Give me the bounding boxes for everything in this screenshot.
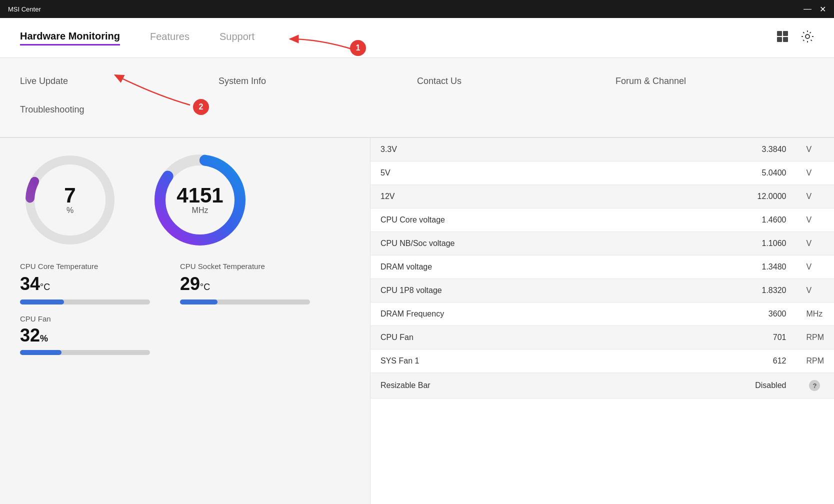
table-row: Resizable BarDisabled? [370,373,834,398]
sub-nav-live-update[interactable]: Live Update [20,68,218,94]
metric-label: CPU NB/Soc voltage [370,232,646,256]
metric-value: 3.3840 [646,138,796,162]
minimize-button[interactable]: — [804,4,812,14]
cpu-freq-center: 4151 MHz [176,185,223,215]
left-panel: 7 % [0,138,370,504]
title-bar: MSI Center — ✕ [0,0,834,18]
cpu-freq-donut-chart: 4151 MHz [150,150,250,250]
cpu-core-temp-label: CPU Core Temperature [20,262,150,270]
table-row: 12V12.0000V [370,185,834,208]
fan-value: 32% [20,325,350,346]
right-panel: 3.3V3.3840V5V5.0400V12V12.0000VCPU Core … [370,138,834,504]
svg-point-4 [806,34,810,38]
metric-value: 3600 [646,302,796,326]
metric-unit: V [796,185,834,208]
cpu-core-temp-bar [20,300,150,304]
metric-label: DRAM voltage [370,256,646,279]
annotation-1: 1 [350,40,366,56]
fan-bar [20,350,150,355]
metric-label: Resizable Bar [370,373,646,398]
metric-value: 1.4600 [646,208,796,232]
metric-value: 5.0400 [646,162,796,185]
cpu-usage-gauge: 7 % [20,150,120,250]
tab-hardware-monitoring[interactable]: Hardware Monitoring [20,30,120,46]
settings-button[interactable] [801,30,814,46]
help-icon[interactable]: ? [809,380,820,391]
metric-value: 1.8320 [646,279,796,302]
sub-nav-troubleshooting[interactable]: Troubleshooting [20,96,218,127]
gauges-row: 7 % [20,150,350,250]
svg-rect-3 [783,37,788,42]
cpu-socket-temp-bar-fill [180,300,218,304]
table-row: CPU Fan701RPM [370,326,834,350]
temp-section: CPU Core Temperature 34°C CPU Socket Tem… [20,262,350,304]
cpu-usage-value: 7 [64,185,76,206]
window-controls: — ✕ [804,4,826,14]
table-row: CPU NB/Soc voltage1.1060V [370,232,834,256]
fan-section: CPU Fan 32% [20,314,350,355]
metric-unit: V [796,208,834,232]
metric-label: CPU Fan [370,326,646,350]
metric-unit: V [796,162,834,185]
metric-value: 1.1060 [646,232,796,256]
svg-rect-0 [777,31,782,36]
metric-unit: V [796,138,834,162]
cpu-socket-temp-value: 29°C [180,274,310,294]
cpu-usage-unit: % [64,206,76,215]
svg-rect-1 [783,31,788,36]
metric-label: DRAM Frequency [370,302,646,326]
metric-unit: V [796,279,834,302]
metric-unit: RPM [796,350,834,373]
grid-view-button[interactable] [776,30,789,46]
cpu-freq-unit: MHz [176,206,223,215]
table-row: CPU Core voltage1.4600V [370,208,834,232]
metric-value: Disabled [646,373,796,398]
table-row: SYS Fan 1612RPM [370,350,834,373]
fan-bar-fill [20,350,62,355]
cpu-socket-temp-bar [180,300,310,304]
nav-right-icons [776,30,814,46]
metric-label: CPU 1P8 voltage [370,279,646,302]
table-row: CPU 1P8 voltage1.8320V [370,279,834,302]
nav-tabs: Hardware Monitoring Features Support [20,30,254,46]
annotation-2: 2 [193,99,209,115]
fan-label: CPU Fan [20,314,350,323]
cpu-core-temp: CPU Core Temperature 34°C [20,262,150,304]
sub-nav-forum-channel[interactable]: Forum & Channel [616,68,814,94]
cpu-donut-center: 7 % [64,185,76,215]
metric-label: 3.3V [370,138,646,162]
tab-features[interactable]: Features [150,31,190,44]
sub-nav: Live Update System Info Contact Us Forum… [0,58,834,138]
cpu-socket-temp: CPU Socket Temperature 29°C [180,262,310,304]
metric-unit: V [796,256,834,279]
cpu-core-temp-value: 34°C [20,274,150,294]
table-row: DRAM Frequency3600MHz [370,302,834,326]
svg-rect-2 [777,37,782,42]
content-area: 7 % [0,138,834,504]
cpu-freq-value: 4151 [176,185,223,206]
sub-nav-contact-us[interactable]: Contact Us [417,68,616,94]
metric-value: 701 [646,326,796,350]
app-title: MSI Center [8,6,41,13]
main-nav: Hardware Monitoring Features Support [0,18,834,58]
table-row: DRAM voltage1.3480V [370,256,834,279]
table-row: 5V5.0400V [370,162,834,185]
cpu-donut-chart: 7 % [20,150,120,250]
sub-nav-system-info[interactable]: System Info [218,68,417,94]
metric-unit: RPM [796,326,834,350]
metric-value: 612 [646,350,796,373]
close-button[interactable]: ✕ [820,4,826,14]
metric-label: SYS Fan 1 [370,350,646,373]
metric-unit: ? [796,373,834,398]
cpu-freq-gauge: 4151 MHz [150,150,250,250]
metric-label: 12V [370,185,646,208]
cpu-socket-temp-label: CPU Socket Temperature [180,262,310,270]
metric-label: CPU Core voltage [370,208,646,232]
metrics-table: 3.3V3.3840V5V5.0400V12V12.0000VCPU Core … [370,138,834,398]
tab-support[interactable]: Support [220,31,254,44]
metric-label: 5V [370,162,646,185]
metric-value: 1.3480 [646,256,796,279]
table-row: 3.3V3.3840V [370,138,834,162]
metric-unit: V [796,232,834,256]
metric-unit: MHz [796,302,834,326]
